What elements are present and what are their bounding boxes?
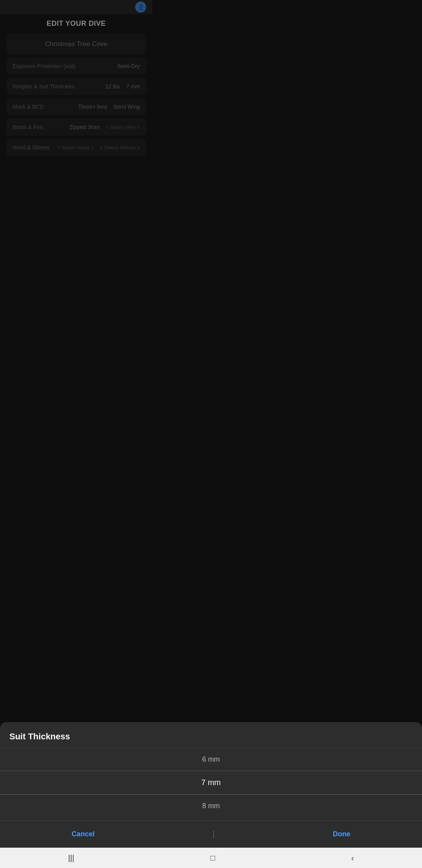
overlay-dim <box>0 0 152 375</box>
